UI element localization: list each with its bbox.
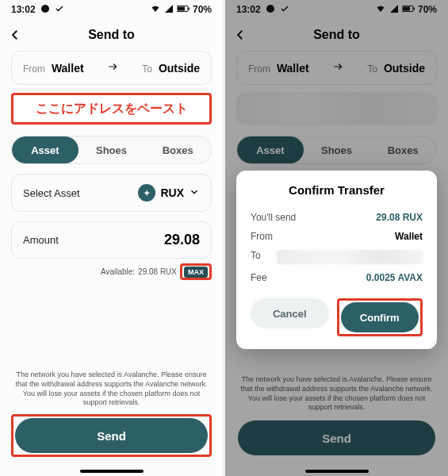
back-icon[interactable] (8, 28, 22, 42)
chevron-down-icon (189, 186, 200, 200)
arrow-right-icon (104, 61, 121, 75)
right-screen: 13:02 70% Send to (225, 0, 448, 476)
rux-coin-icon: ✦ (138, 184, 155, 202)
svg-rect-2 (178, 7, 185, 11)
from-label: From (23, 63, 45, 75)
from-to-card[interactable]: From Wallet To Outside (11, 51, 212, 85)
status-bar: 13:02 70% (0, 0, 223, 19)
page-title: Send to (88, 28, 135, 42)
confirm-transfer-dialog: Confirm Transfer You'll send 29.08 RUX F… (236, 171, 437, 349)
select-asset-row[interactable]: Select Asset ✦ RUX (11, 174, 212, 212)
select-asset-label: Select Asset (23, 187, 80, 199)
to-value: Outside (159, 62, 200, 75)
available-prefix: Available: (101, 267, 135, 276)
dlg-fee-value: 0.0025 AVAX (366, 272, 423, 283)
page-header: Send to (0, 19, 223, 51)
dlg-from-value: Wallet (395, 231, 423, 242)
dlg-to-value-redacted (277, 250, 423, 264)
paste-hint: ここにアドレスをペースト (36, 101, 188, 117)
available-row: Available: 29.08 RUX MAX (11, 263, 212, 280)
dialog-title: Confirm Transfer (251, 183, 423, 197)
status-time: 13:02 (11, 4, 36, 15)
wifi-icon (150, 4, 161, 16)
svg-rect-3 (188, 8, 190, 10)
chat-icon (40, 4, 50, 16)
battery-icon (177, 4, 190, 15)
asset-type-tabs: Asset Shoes Boxes (11, 136, 212, 164)
available-value: 29.08 RUX (138, 267, 177, 276)
send-button[interactable]: Send (15, 418, 208, 453)
confirm-button[interactable]: Confirm (341, 302, 419, 332)
amount-value: 29.08 (164, 232, 200, 248)
battery-pct: 70% (193, 4, 212, 15)
network-warning: The network you have selected is Avalanc… (11, 370, 212, 414)
home-indicator (80, 470, 144, 473)
max-button[interactable]: MAX (184, 267, 208, 278)
tab-shoes[interactable]: Shoes (78, 136, 145, 163)
youll-send-label: You'll send (251, 212, 296, 223)
to-label: To (142, 63, 152, 75)
check-icon (55, 4, 64, 16)
amount-row[interactable]: Amount 29.08 (11, 221, 212, 259)
tab-asset[interactable]: Asset (12, 136, 78, 163)
address-input[interactable]: ここにアドレスをペースト (11, 93, 212, 125)
amount-label: Amount (23, 234, 59, 246)
asset-symbol: RUX (160, 186, 184, 199)
dlg-from-label: From (251, 231, 273, 242)
cancel-button[interactable]: Cancel (251, 298, 329, 328)
signal-icon (164, 4, 174, 16)
youll-send-value: 29.08 RUX (376, 212, 423, 223)
dlg-to-label: To (251, 250, 261, 264)
svg-point-0 (41, 5, 49, 13)
tab-boxes[interactable]: Boxes (144, 136, 211, 163)
dlg-fee-label: Fee (251, 272, 267, 283)
left-screen: 13:02 70% Send to (0, 0, 223, 476)
from-value: Wallet (52, 62, 84, 75)
